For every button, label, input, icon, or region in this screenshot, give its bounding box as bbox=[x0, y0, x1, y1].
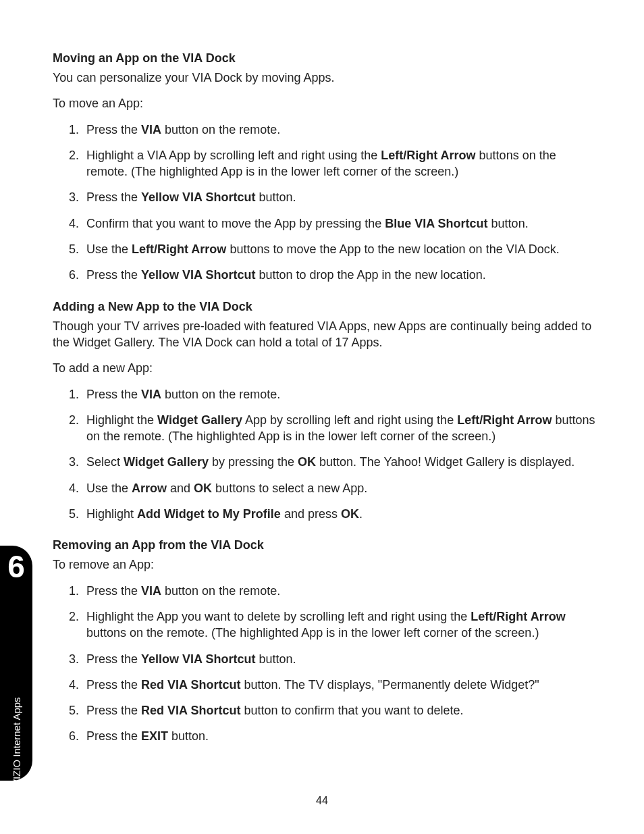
bold-text: Blue VIA Shortcut bbox=[385, 217, 487, 230]
list-item: Highlight Add Widget to My Profile and p… bbox=[86, 506, 597, 522]
bold-text: Left/Right Arrow bbox=[132, 242, 226, 256]
list-item: Press the VIA button on the remote. bbox=[86, 583, 597, 599]
list-item: Press the EXIT button. bbox=[86, 728, 597, 744]
list-item: Use the Left/Right Arrow buttons to move… bbox=[86, 241, 597, 257]
chapter-tab: 6 Using VIZIO Internet Apps bbox=[0, 546, 32, 781]
step-list: Press the VIA button on the remote.Highl… bbox=[53, 122, 597, 284]
bold-text: EXIT bbox=[141, 729, 168, 743]
bold-text: Widget Gallery bbox=[157, 413, 242, 427]
section: Adding a New App to the VIA DockThough y… bbox=[53, 300, 597, 523]
bold-text: Widget Gallery bbox=[124, 455, 209, 469]
list-item: Press the Red VIA Shortcut button to con… bbox=[86, 702, 597, 719]
paragraph: Though your TV arrives pre-loaded with f… bbox=[53, 318, 597, 351]
bold-text: Red VIA Shortcut bbox=[141, 704, 240, 717]
bold-text: Yellow VIA Shortcut bbox=[141, 268, 255, 282]
bold-text: OK bbox=[341, 507, 359, 521]
bold-text: Red VIA Shortcut bbox=[141, 678, 240, 692]
section-heading: Adding a New App to the VIA Dock bbox=[53, 300, 597, 314]
chapter-label: Using VIZIO Internet Apps bbox=[11, 697, 22, 814]
bold-text: Yellow VIA Shortcut bbox=[141, 190, 255, 204]
list-item: Highlight the Widget Gallery App by scro… bbox=[86, 412, 597, 445]
bold-text: Arrow bbox=[132, 481, 167, 495]
list-item: Press the VIA button on the remote. bbox=[86, 386, 597, 402]
list-item: Use the Arrow and OK buttons to select a… bbox=[86, 480, 597, 496]
paragraph: To remove an App: bbox=[53, 556, 597, 573]
list-item: Press the Yellow VIA Shortcut button. bbox=[86, 651, 597, 667]
bold-text: VIA bbox=[141, 388, 161, 401]
paragraph: To move an App: bbox=[53, 95, 597, 111]
page-content: Moving an App on the VIA DockYou can per… bbox=[0, 0, 644, 788]
bold-text: VIA bbox=[141, 123, 161, 136]
section: Removing an App from the VIA DockTo remo… bbox=[53, 538, 597, 744]
bold-text: Left/Right Arrow bbox=[457, 413, 552, 427]
bold-text: VIA bbox=[141, 584, 161, 598]
list-item: Highlight the App you want to delete by … bbox=[86, 608, 597, 642]
list-item: Press the VIA button on the remote. bbox=[86, 122, 597, 138]
section-heading: Removing an App from the VIA Dock bbox=[53, 538, 597, 552]
section: Moving an App on the VIA DockYou can per… bbox=[53, 51, 597, 284]
list-item: Confirm that you want to move the App by… bbox=[86, 215, 597, 232]
bold-text: OK bbox=[194, 481, 212, 495]
step-list: Press the VIA button on the remote.Highl… bbox=[53, 386, 597, 523]
page-number: 44 bbox=[0, 795, 644, 807]
step-list: Press the VIA button on the remote.Highl… bbox=[53, 583, 597, 745]
list-item: Select Widget Gallery by pressing the OK… bbox=[86, 454, 597, 470]
list-item: Press the Red VIA Shortcut button. The T… bbox=[86, 677, 597, 693]
chapter-number: 6 bbox=[0, 551, 32, 582]
section-heading: Moving an App on the VIA Dock bbox=[53, 51, 597, 66]
paragraph: To add a new App: bbox=[53, 360, 597, 376]
paragraph: You can personalize your VIA Dock by mov… bbox=[53, 70, 597, 86]
list-item: Highlight a VIA App by scrolling left an… bbox=[86, 147, 597, 180]
bold-text: OK bbox=[298, 455, 316, 469]
bold-text: Yellow VIA Shortcut bbox=[141, 652, 255, 666]
bold-text: Left/Right Arrow bbox=[471, 610, 565, 623]
list-item: Press the Yellow VIA Shortcut button. bbox=[86, 189, 597, 205]
bold-text: Left/Right Arrow bbox=[381, 149, 475, 162]
list-item: Press the Yellow VIA Shortcut button to … bbox=[86, 267, 597, 283]
bold-text: Add Widget to My Profile bbox=[137, 507, 281, 521]
